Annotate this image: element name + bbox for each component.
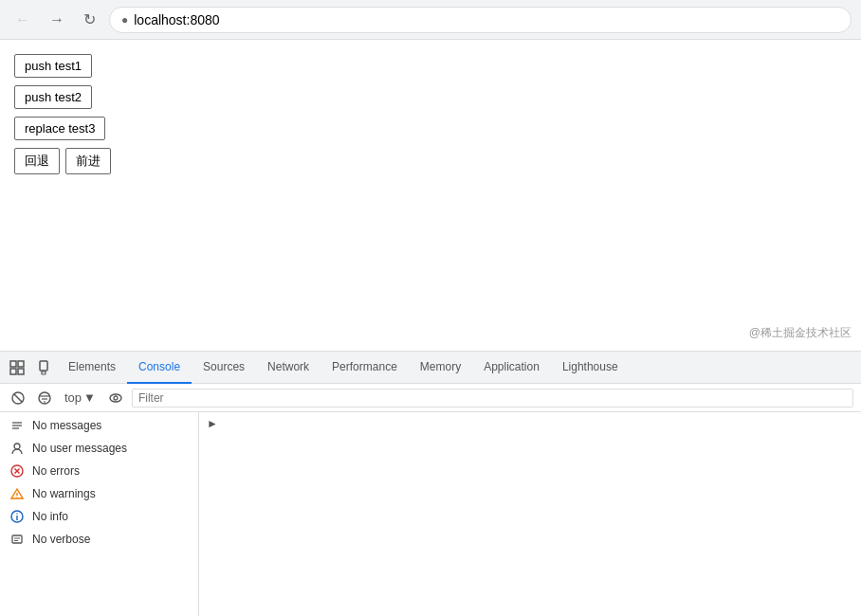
console-toolbar: top ▼ xyxy=(0,384,861,412)
sidebar-no-errors[interactable]: No errors xyxy=(0,460,198,482)
svg-point-12 xyxy=(110,394,121,402)
url-input[interactable] xyxy=(134,12,839,27)
sidebar-no-info[interactable]: No info xyxy=(0,505,198,528)
tab-performance[interactable]: Performance xyxy=(321,352,409,384)
svg-point-13 xyxy=(114,396,118,400)
address-bar: ● xyxy=(109,7,852,33)
console-main: ► xyxy=(199,412,861,616)
svg-line-7 xyxy=(14,394,22,402)
lock-icon: ● xyxy=(121,13,128,27)
svg-point-17 xyxy=(14,444,20,449)
filter-button[interactable] xyxy=(34,390,55,407)
devtools-tabs-bar: Elements Console Sources Network Perform… xyxy=(0,352,861,384)
svg-rect-2 xyxy=(10,369,16,374)
reload-button[interactable]: ↻ xyxy=(78,9,101,30)
devtools-device-button[interactable] xyxy=(30,356,57,379)
no-messages-label: No messages xyxy=(32,419,101,432)
nav-buttons: 回退 前进 xyxy=(14,148,847,174)
forward-nav-button[interactable]: 前进 xyxy=(65,148,111,174)
eye-button[interactable] xyxy=(105,390,126,407)
back-nav-button[interactable]: 回退 xyxy=(14,148,60,174)
browser-chrome: ← → ↻ ● xyxy=(0,0,861,40)
tab-elements[interactable]: Elements xyxy=(57,352,127,384)
page-content: push test1 push test2 replace test3 回退 前… xyxy=(0,40,861,351)
svg-rect-0 xyxy=(10,361,16,367)
svg-rect-4 xyxy=(40,361,47,371)
tab-sources[interactable]: Sources xyxy=(192,352,256,384)
console-body: No messages No user messages No errors N… xyxy=(0,412,861,616)
sidebar-no-messages[interactable]: No messages xyxy=(0,414,198,437)
svg-point-23 xyxy=(16,497,17,498)
forward-button[interactable]: → xyxy=(44,9,70,30)
no-errors-label: No errors xyxy=(32,464,80,478)
tab-memory[interactable]: Memory xyxy=(409,352,472,384)
info-icon xyxy=(9,510,25,523)
sidebar-no-user-messages[interactable]: No user messages xyxy=(0,437,198,460)
verbose-icon xyxy=(9,533,25,546)
top-context-button[interactable]: top ▼ xyxy=(61,389,100,407)
sidebar-no-warnings[interactable]: No warnings xyxy=(0,482,198,505)
no-user-messages-label: No user messages xyxy=(32,442,127,455)
push-test1-button[interactable]: push test1 xyxy=(14,54,92,78)
filter-input[interactable] xyxy=(132,389,853,408)
top-label: top xyxy=(64,390,82,405)
error-icon xyxy=(9,464,25,478)
no-verbose-label: No verbose xyxy=(32,533,90,546)
devtools-inspect-button[interactable] xyxy=(4,356,30,379)
watermark: @稀土掘金技术社区 xyxy=(749,325,852,341)
dropdown-icon: ▼ xyxy=(83,390,96,405)
console-sidebar: No messages No user messages No errors N… xyxy=(0,412,199,616)
tab-console[interactable]: Console xyxy=(127,352,192,384)
devtools-panel: Elements Console Sources Network Perform… xyxy=(0,351,861,616)
no-warnings-label: No warnings xyxy=(32,487,96,500)
tab-network[interactable]: Network xyxy=(256,352,321,384)
no-info-label: No info xyxy=(32,510,68,523)
tab-application[interactable]: Application xyxy=(472,352,551,384)
sidebar-no-verbose[interactable]: No verbose xyxy=(0,528,198,551)
warning-icon xyxy=(9,487,25,500)
svg-rect-1 xyxy=(18,361,24,367)
svg-rect-3 xyxy=(18,369,24,374)
svg-rect-5 xyxy=(42,371,46,374)
tab-lighthouse[interactable]: Lighthouse xyxy=(551,352,630,384)
console-chevron: ► xyxy=(203,413,222,434)
replace-test3-button[interactable]: replace test3 xyxy=(14,117,105,140)
push-test2-button[interactable]: push test2 xyxy=(14,85,92,109)
back-button[interactable]: ← xyxy=(9,9,36,30)
svg-rect-27 xyxy=(12,535,22,543)
messages-icon xyxy=(9,419,25,432)
svg-point-26 xyxy=(16,513,17,514)
clear-console-button[interactable] xyxy=(8,390,28,407)
user-icon xyxy=(9,442,25,455)
